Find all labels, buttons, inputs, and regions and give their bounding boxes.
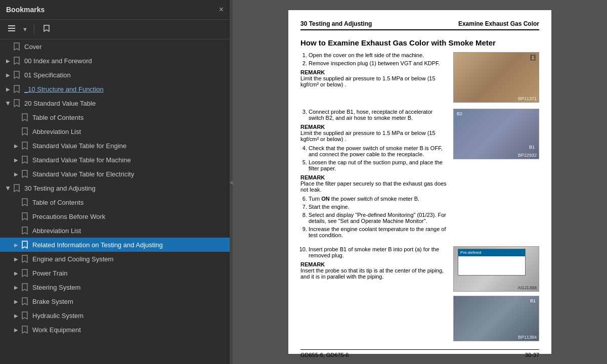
step-1: Open the cover on the left side of the m…: [309, 52, 447, 58]
expand-arrow-steering[interactable]: ▶: [12, 285, 20, 290]
bookmark-item-svt-elec[interactable]: ▶Standard Value Table for Electricity: [0, 167, 233, 181]
steps-col-2: Connect probe B1, hose, receptacle of ac…: [300, 109, 447, 240]
bookmark-label-svt-elec: Standard Value Table for Electricity: [32, 170, 229, 178]
bookmark-label-svt-machine: Standard Value Table for Machine: [32, 156, 229, 164]
bookmark-label-related: Related Information on Testing and Adjus…: [32, 241, 229, 249]
expand-arrow-work-equip[interactable]: ▶: [12, 327, 20, 333]
expand-arrow-svt-engine[interactable]: ▶: [12, 143, 20, 149]
bookmark-label-hydraulic: Hydraulic System: [32, 312, 229, 320]
bookmark-item-index[interactable]: ▶00 Index and Foreword: [0, 54, 233, 68]
expand-arrow-brake[interactable]: ▶: [12, 299, 20, 304]
bookmark-icon-brake: [20, 297, 29, 306]
bookmark-item-svt-engine[interactable]: ▶Standard Value Table for Engine: [0, 139, 233, 153]
bookmark-view-icon[interactable]: [40, 23, 53, 35]
bookmark-item-abbrev2[interactable]: ▶Abbreviation List: [0, 223, 233, 238]
expand-arrow-index[interactable]: ▶: [4, 58, 12, 64]
bookmark-label-index: 00 Index and Foreword: [24, 57, 229, 65]
remark-title-2: REMARK: [300, 124, 447, 130]
img-col-3-4: Pre-defined AGJ1368 B1 BP11384: [453, 246, 539, 341]
steps-list-5: Insert probe B1 of smoke meter B into po…: [300, 246, 447, 258]
svg-rect-2: [8, 30, 15, 31]
list-view-icon[interactable]: [5, 23, 18, 36]
bookmarks-title: Bookmarks: [6, 6, 45, 14]
expand-arrow-engine-cooling[interactable]: ▶: [12, 256, 20, 262]
remark-title-1: REMARK: [300, 69, 447, 75]
step-10: Insert probe B1 of smoke meter B into po…: [309, 246, 447, 258]
bookmark-icon-power-train: [20, 268, 29, 278]
bookmark-item-spec[interactable]: ▶01 Specification: [0, 68, 233, 82]
bookmark-icon-svt-engine: [20, 141, 29, 150]
footer-model: GD655-6, GD675-6: [300, 352, 349, 358]
bookmark-icon-testing: [12, 184, 21, 193]
bookmark-item-abbrev1[interactable]: ▶Abbreviation List: [0, 124, 233, 139]
bookmark-label-work-equip: Work Equipment: [32, 326, 229, 334]
bookmarks-toolbar: ▼: [0, 20, 233, 39]
img-b2-label: B2: [457, 111, 462, 116]
bookmark-icon-abbrev2: [20, 226, 29, 235]
step-4: Check that the power switch of smoke met…: [309, 145, 447, 157]
expand-arrow-svt[interactable]: ▶: [6, 99, 11, 107]
bookmark-icon-abbrev1: [20, 127, 29, 136]
bookmark-icon-svt: [12, 99, 21, 108]
bookmark-label-power-train: Power Train: [32, 269, 229, 277]
page-footer: GD655-6, GD675-6 30-37: [300, 349, 539, 358]
svg-rect-0: [8, 25, 15, 26]
bookmark-item-svt[interactable]: ▶20 Standard Value Table: [0, 96, 233, 110]
image-3: Pre-defined AGJ1368: [453, 246, 539, 292]
resize-handle[interactable]: ◀: [230, 0, 233, 364]
document-page: 30 Testing and Adjusting Examine Exhaust…: [288, 10, 551, 354]
bookmark-icon-engine-cooling: [20, 254, 29, 263]
bookmark-item-hydraulic[interactable]: ▶Hydraulic System: [0, 308, 233, 323]
expand-arrow-svt-machine[interactable]: ▶: [12, 157, 20, 163]
bookmark-item-structure[interactable]: ▶_10 Structure and Function: [0, 82, 233, 96]
img-b1-label: B1: [529, 145, 535, 150]
expand-arrow-testing[interactable]: ▶: [6, 184, 11, 192]
dropdown-arrow[interactable]: ▼: [22, 26, 28, 32]
image-2: B2 B1 BP22932: [453, 109, 539, 159]
bookmark-icon-toc2: [20, 198, 29, 207]
img-label-3: AGJ1368: [517, 285, 537, 290]
bookmark-label-testing: 30 Testing and Adjusting: [24, 185, 229, 192]
bookmark-label-cover: Cover: [24, 43, 229, 51]
doc-section-3: Insert probe B1 of smoke meter B into po…: [300, 246, 539, 341]
bookmark-item-work-equip[interactable]: ▶Work Equipment: [0, 323, 233, 337]
bookmark-item-testing[interactable]: ▶30 Testing and Adjusting: [0, 181, 233, 195]
divider: [34, 25, 34, 34]
footer-page: 30-37: [525, 352, 539, 358]
bookmark-item-engine-cooling[interactable]: ▶Engine and Cooling System: [0, 252, 233, 266]
page-header-right: Examine Exhaust Gas Color: [458, 20, 539, 27]
bookmark-item-toc2[interactable]: ▶Table of Contents: [0, 195, 233, 209]
bookmark-icon-index: [12, 56, 21, 65]
bookmark-icon-spec: [12, 70, 21, 79]
img-monitor: Pre-defined: [458, 249, 526, 276]
bookmark-label-abbrev2: Abbreviation List: [32, 227, 229, 235]
remark-text-1: Limit the supplied air pressure to 1.5 M…: [300, 75, 447, 87]
bookmark-icon-toc1: [20, 113, 29, 122]
bookmarks-list: ▶Cover▶00 Index and Foreword▶01 Specific…: [0, 39, 233, 364]
bookmark-icon-svt-machine: [20, 155, 29, 164]
bookmark-icon-cover: [12, 42, 21, 51]
bookmark-item-steering[interactable]: ▶Steering System: [0, 280, 233, 294]
steps-list-4: Turn ON the power switch of smoke meter …: [300, 196, 447, 238]
bookmark-label-precautions: Precautions Before Work: [32, 213, 229, 220]
bookmark-item-cover[interactable]: ▶Cover: [0, 39, 233, 54]
bookmark-icon-related: [20, 240, 29, 249]
expand-arrow-structure[interactable]: ▶: [4, 86, 12, 92]
expand-arrow-related[interactable]: ▶: [12, 242, 20, 248]
bookmark-item-toc1[interactable]: ▶Table of Contents: [0, 110, 233, 124]
expand-arrow-svt-elec[interactable]: ▶: [12, 171, 20, 177]
expand-arrow-hydraulic[interactable]: ▶: [12, 313, 20, 318]
expand-arrow-power-train[interactable]: ▶: [12, 270, 20, 276]
step-2: Remove inspection plug (1) between VGT a…: [309, 60, 447, 66]
steps-col-1: Open the cover on the left side of the m…: [300, 52, 447, 103]
bookmark-item-power-train[interactable]: ▶Power Train: [0, 266, 233, 280]
bookmark-item-related[interactable]: ▶Related Information on Testing and Adju…: [0, 238, 233, 252]
step-9: Increase the engine coolant temperature …: [309, 226, 447, 238]
close-button[interactable]: ×: [216, 4, 227, 15]
bookmark-item-brake[interactable]: ▶Brake System: [0, 294, 233, 308]
bookmark-item-precautions[interactable]: ▶Precautions Before Work: [0, 209, 233, 223]
img-monitor-bar: Pre-defined: [458, 249, 525, 256]
bookmark-label-toc1: Table of Contents: [32, 114, 229, 121]
bookmark-item-svt-machine[interactable]: ▶Standard Value Table for Machine: [0, 153, 233, 167]
expand-arrow-spec[interactable]: ▶: [4, 72, 12, 78]
